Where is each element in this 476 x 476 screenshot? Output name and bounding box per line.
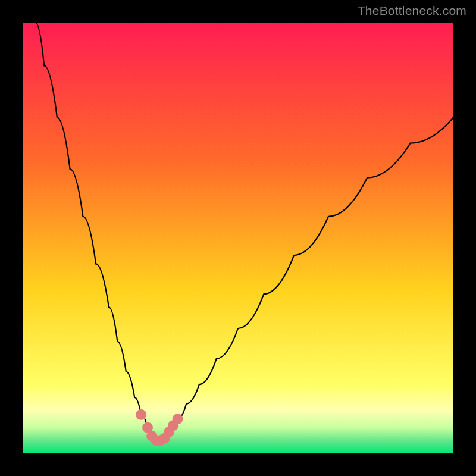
watermark-text: TheBottleneck.com	[358, 4, 466, 18]
highlight-markers	[136, 409, 183, 446]
plot-area	[23, 23, 453, 453]
chart-frame: TheBottleneck.com	[0, 0, 476, 476]
curve-layer	[23, 23, 453, 453]
marker-point	[136, 409, 146, 420]
marker-point	[173, 414, 183, 424]
bottleneck-curve	[36, 23, 453, 440]
